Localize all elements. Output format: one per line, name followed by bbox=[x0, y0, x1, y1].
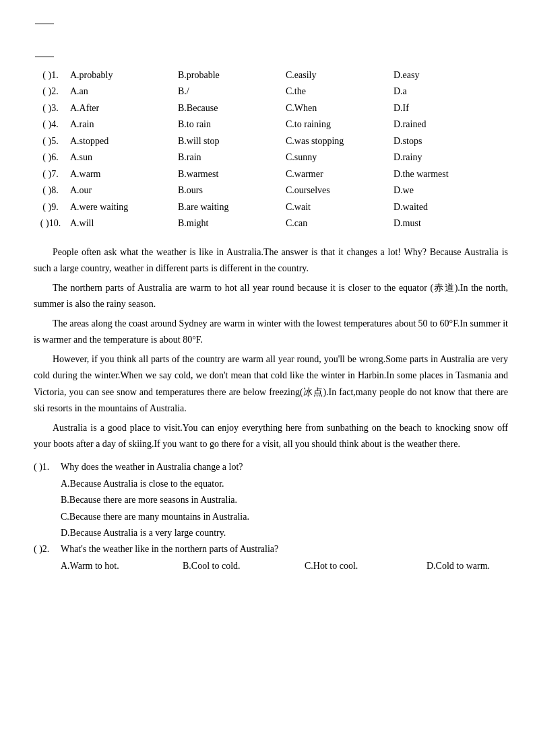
option-d-5: D.stops bbox=[391, 133, 499, 150]
option-d-7: D.the warmest bbox=[391, 166, 499, 183]
option-b-7: B.warmest bbox=[175, 166, 283, 183]
option-c-6: C.sunny bbox=[283, 149, 391, 166]
option-c-2: C.the bbox=[283, 83, 391, 100]
q-text-2: What's the weather like in the northern … bbox=[61, 542, 508, 557]
blank-9 bbox=[35, 24, 54, 24]
option-c-7: C.warmer bbox=[283, 166, 391, 183]
blank-10 bbox=[35, 57, 54, 57]
question-2: ( )2.What's the weather like in the nort… bbox=[34, 542, 508, 557]
questions-block: ( )1.Why does the weather in Australia c… bbox=[34, 460, 508, 575]
option-d-3: D.If bbox=[391, 100, 499, 117]
option-paren-7: ( )7. bbox=[34, 166, 67, 183]
option-paren-3: ( )3. bbox=[34, 100, 67, 117]
option-d-8: D.we bbox=[391, 182, 499, 199]
q-paren-1: ( )1. bbox=[34, 460, 61, 475]
q-opt-1-2: B.Because there are more seasons in Aust… bbox=[61, 492, 508, 509]
option-c-8: C.ourselves bbox=[283, 182, 391, 199]
q-opt-1-4: D.Because Australia is a very large coun… bbox=[61, 525, 508, 542]
option-a-9: A.were waiting bbox=[67, 199, 175, 216]
option-b-6: B.rain bbox=[175, 149, 283, 166]
option-paren-1: ( )1. bbox=[34, 67, 67, 84]
option-c-9: C.wait bbox=[283, 199, 391, 216]
option-b-1: B.probable bbox=[175, 67, 283, 84]
option-c-1: C.easily bbox=[283, 67, 391, 84]
option-a-5: A.stopped bbox=[67, 133, 175, 150]
option-d-10: D.must bbox=[391, 215, 499, 232]
option-b-9: B.are waiting bbox=[175, 199, 283, 216]
q-options-1: A.Because Australia is close to the equa… bbox=[61, 476, 508, 542]
question-1: ( )1.Why does the weather in Australia c… bbox=[34, 460, 508, 475]
q-text-1: Why does the weather in Australia change… bbox=[61, 460, 508, 475]
passage-para-1: People often ask what the weather is lik… bbox=[34, 244, 508, 277]
q-opt-inline-2-3: C.Hot to cool. bbox=[305, 558, 386, 575]
passage-para-4: However, if you think all parts of the c… bbox=[34, 351, 508, 417]
option-paren-10: ( )10. bbox=[34, 215, 67, 232]
option-b-3: B.Because bbox=[175, 100, 283, 117]
option-a-8: A.our bbox=[67, 182, 175, 199]
option-c-3: C.When bbox=[283, 100, 391, 117]
passage-para-3: The areas along the coast around Sydney … bbox=[34, 316, 508, 349]
passage-para-5: Australia is a good place to visit.You c… bbox=[34, 420, 508, 453]
option-b-5: B.will stop bbox=[175, 133, 283, 150]
q-options-inline-2: A.Warm to hot.B.Cool to cold.C.Hot to co… bbox=[61, 558, 508, 575]
option-d-9: D.waited bbox=[391, 199, 499, 216]
option-d-1: D.easy bbox=[391, 67, 499, 84]
option-b-10: B.might bbox=[175, 215, 283, 232]
option-a-10: A.will bbox=[67, 215, 175, 232]
option-paren-5: ( )5. bbox=[34, 133, 67, 150]
option-c-5: C.was stopping bbox=[283, 133, 391, 150]
q-opt-1-3: C.Because there are many mountains in Au… bbox=[61, 509, 508, 526]
passage-para-2: The northern parts of Australia are warm… bbox=[34, 280, 508, 313]
option-paren-9: ( )9. bbox=[34, 199, 67, 216]
q-opt-1-1: A.Because Australia is close to the equa… bbox=[61, 476, 508, 493]
option-b-8: B.ours bbox=[175, 182, 283, 199]
option-b-2: B./ bbox=[175, 83, 283, 100]
option-paren-6: ( )6. bbox=[34, 149, 67, 166]
option-paren-2: ( )2. bbox=[34, 83, 67, 100]
options-grid: ( )1.A.probablyB.probableC.easilyD.easy(… bbox=[34, 67, 508, 232]
option-a-4: A.rain bbox=[67, 116, 175, 133]
option-c-4: C.to raining bbox=[283, 116, 391, 133]
intro-paragraph bbox=[34, 13, 508, 63]
option-a-6: A.sun bbox=[67, 149, 175, 166]
option-d-4: D.rained bbox=[391, 116, 499, 133]
q-opt-inline-2-1: A.Warm to hot. bbox=[61, 558, 142, 575]
option-b-4: B.to rain bbox=[175, 116, 283, 133]
q-opt-inline-2-4: D.Cold to warm. bbox=[427, 558, 508, 575]
q-opt-inline-2-2: B.Cool to cold. bbox=[183, 558, 264, 575]
option-d-6: D.rainy bbox=[391, 149, 499, 166]
option-a-2: A.an bbox=[67, 83, 175, 100]
option-a-7: A.warm bbox=[67, 166, 175, 183]
reading-passage: People often ask what the weather is lik… bbox=[34, 244, 508, 453]
option-paren-8: ( )8. bbox=[34, 182, 67, 199]
q-paren-2: ( )2. bbox=[34, 542, 61, 557]
option-c-10: C.can bbox=[283, 215, 391, 232]
option-paren-4: ( )4. bbox=[34, 116, 67, 133]
option-d-2: D.a bbox=[391, 83, 499, 100]
option-a-3: A.After bbox=[67, 100, 175, 117]
option-a-1: A.probably bbox=[67, 67, 175, 84]
